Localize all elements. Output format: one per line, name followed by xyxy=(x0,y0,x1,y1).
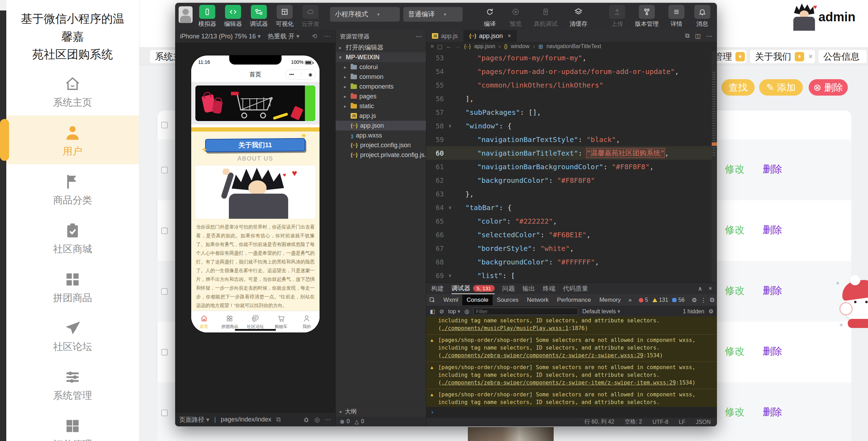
banner-image[interactable] xyxy=(195,85,316,122)
dock-icon[interactable]: ⧉ xyxy=(710,297,714,304)
visualizer-button[interactable]: 可视化 xyxy=(274,5,296,28)
file-common[interactable]: ▸common xyxy=(336,72,426,82)
editor-button[interactable]: 编辑器 xyxy=(222,5,244,28)
delete-button[interactable]: ⊗删除 xyxy=(809,79,848,96)
mode-select[interactable]: 小程序模式▾ xyxy=(330,7,400,22)
close-icon[interactable]: × xyxy=(808,52,813,61)
sidebar-item-grid-solid[interactable]: 订单管理 xyxy=(6,409,139,441)
sidebar-item-sliders[interactable]: 系统管理 xyxy=(6,360,139,409)
row-checkbox[interactable] xyxy=(161,410,168,416)
delete-link[interactable]: 删除 xyxy=(763,345,782,358)
panel-tab-sources[interactable]: Sources xyxy=(493,295,523,305)
editor-tab-app.js[interactable]: JSapp.js xyxy=(426,30,464,42)
indent-setting[interactable]: 空格: 2 xyxy=(625,418,642,426)
eye-icon[interactable]: ◎ xyxy=(464,308,469,315)
simulator-button[interactable]: 模拟器 xyxy=(196,5,218,28)
kebab-icon[interactable]: ⋮ xyxy=(698,297,709,304)
debugger-tab-问题[interactable]: 问题 xyxy=(502,283,515,294)
user-avatar[interactable] xyxy=(179,6,193,23)
add-button[interactable]: ✎添加 xyxy=(759,79,803,96)
edit-link[interactable]: 修改 xyxy=(725,163,744,176)
debugger-button[interactable]: 调试器 xyxy=(248,5,270,28)
file-colorui[interactable]: ▸colorui xyxy=(336,62,426,72)
row-checkbox[interactable] xyxy=(161,288,168,295)
eye-icon[interactable]: ◎ xyxy=(314,416,320,424)
cursor-position[interactable]: 行 60, 列 42 xyxy=(584,418,614,426)
compile-mode-select[interactable]: 普通编译▾ xyxy=(403,7,463,22)
panel-tab-memory[interactable]: Memory xyxy=(595,295,625,305)
panel-tab-network[interactable]: Network xyxy=(523,295,553,305)
sidebar-item-grid[interactable]: 拼团商品 xyxy=(6,262,139,311)
device-select[interactable]: iPhone 12/13 (Pro) 75% 16 ▾ xyxy=(180,32,261,40)
version-button[interactable]: 版本管理 xyxy=(632,5,662,28)
edit-link[interactable]: 修改 xyxy=(725,345,744,358)
code-editor[interactable]: 53"pages/forum-my/forum-my",54"pages/for… xyxy=(426,51,717,283)
panel-tab-performance[interactable]: Performance xyxy=(553,295,595,305)
close-icon[interactable]: × xyxy=(709,285,712,292)
debugger-tab-终端[interactable]: 终端 xyxy=(543,283,555,294)
sidebar-item-clipboard-check[interactable]: 社区商城 xyxy=(6,213,139,262)
clear-cache-button[interactable]: 清缓存 xyxy=(564,5,592,28)
sidebar-item-user[interactable]: 用户 xyxy=(6,115,139,164)
levels-select[interactable]: Default levels ▾ xyxy=(582,308,620,315)
copy-icon[interactable]: ⧉ xyxy=(276,416,281,423)
inspect-icon[interactable] xyxy=(429,297,436,304)
delete-link[interactable]: 删除 xyxy=(763,284,782,297)
file-app.wxss[interactable]: ʒapp.wxss xyxy=(336,130,426,140)
language-mode[interactable]: JSON xyxy=(696,419,711,425)
sidebar-item-flag[interactable]: 商品分类 xyxy=(6,164,139,213)
source-link[interactable]: ./components/zebra-swiper/components/z-s… xyxy=(441,380,676,386)
debugger-tab-构建[interactable]: 构建 xyxy=(431,283,444,294)
split-editor-icon[interactable]: ⧉ xyxy=(685,32,689,39)
project-root[interactable]: ▾MP-WEIXIN xyxy=(336,52,426,62)
compile-button[interactable]: 编译 xyxy=(479,5,501,28)
file-project.private.config.js...[interactable]: {··}project.private.config.js... xyxy=(336,150,426,160)
detail-button[interactable]: 详情 xyxy=(665,5,688,28)
capsule-close-icon[interactable]: ◉ xyxy=(308,72,312,77)
context-select[interactable]: top ▾ xyxy=(448,308,461,315)
outline-section[interactable]: ▸大纲 xyxy=(336,406,426,417)
clear-console-icon[interactable]: ⊘ xyxy=(439,308,444,315)
debugger-tab-代码质量[interactable]: 代码质量 xyxy=(563,283,588,294)
open-editors-section[interactable]: ▸打开的编辑器 xyxy=(336,43,426,52)
close-icon[interactable]: × xyxy=(508,33,511,39)
collapse-icon[interactable]: ∧ xyxy=(698,285,702,292)
refresh-icon[interactable]: ⟲ xyxy=(312,32,317,40)
eol[interactable]: LF xyxy=(679,419,686,425)
file-app.js[interactable]: JSapp.js xyxy=(336,111,426,121)
file-components[interactable]: ▸components xyxy=(336,82,426,91)
edit-link[interactable]: 修改 xyxy=(725,284,744,297)
back-icon[interactable]: ← xyxy=(446,43,451,50)
row-checkbox[interactable] xyxy=(161,167,168,173)
page-path-select[interactable]: 页面路径 ▾ xyxy=(179,416,209,424)
debugger-tab-输出[interactable]: 输出 xyxy=(523,283,535,294)
find-button[interactable]: 查找 xyxy=(721,79,755,96)
panel-tab-console[interactable]: Console xyxy=(462,295,492,305)
row-checkbox[interactable] xyxy=(161,227,168,234)
file-app.json[interactable]: {··}app.json xyxy=(336,121,426,130)
edit-link[interactable]: 修改 xyxy=(725,405,744,419)
tab-system-home[interactable]: 系统主页 xyxy=(150,50,176,63)
tab-announcements[interactable]: 公告信息 xyxy=(818,50,867,63)
row-checkbox[interactable] xyxy=(161,349,168,356)
console-filter-input[interactable] xyxy=(473,308,578,315)
sidebar-item-home[interactable]: 系统主页 xyxy=(6,67,139,115)
select-all-checkbox[interactable] xyxy=(161,122,168,128)
console-sidebar-icon[interactable]: ◧ xyxy=(430,308,435,315)
bookmark-icon[interactable]: ▢ xyxy=(437,43,442,50)
mini-program-capsule[interactable]: ••• ◉ xyxy=(285,69,316,80)
source-link[interactable]: ./components/musicPlay/musicPlay.wxss:1 xyxy=(441,325,568,331)
outline-icon[interactable]: ≡ xyxy=(431,43,434,50)
more-panels-icon[interactable]: » xyxy=(626,297,634,304)
layout-toggle-icon[interactable]: ◫ xyxy=(695,32,701,40)
tab-about-us[interactable]: 关于我们♦× xyxy=(750,50,815,63)
more-icon[interactable]: ⋯ xyxy=(416,33,422,40)
more-icon[interactable]: ⋯ xyxy=(706,32,712,40)
encoding[interactable]: UTF-8 xyxy=(652,419,668,425)
debugger-tab-调试器[interactable]: 调试器5, 131 xyxy=(451,283,495,294)
settings-gear-icon[interactable]: ⚙ xyxy=(692,297,697,304)
admin-avatar[interactable]: ♥ xyxy=(789,3,819,31)
file-static[interactable]: ▸static xyxy=(336,101,426,111)
file-project.config.json[interactable]: {··}project.config.json xyxy=(336,140,426,150)
more-icon[interactable]: ⋯ xyxy=(325,416,331,424)
